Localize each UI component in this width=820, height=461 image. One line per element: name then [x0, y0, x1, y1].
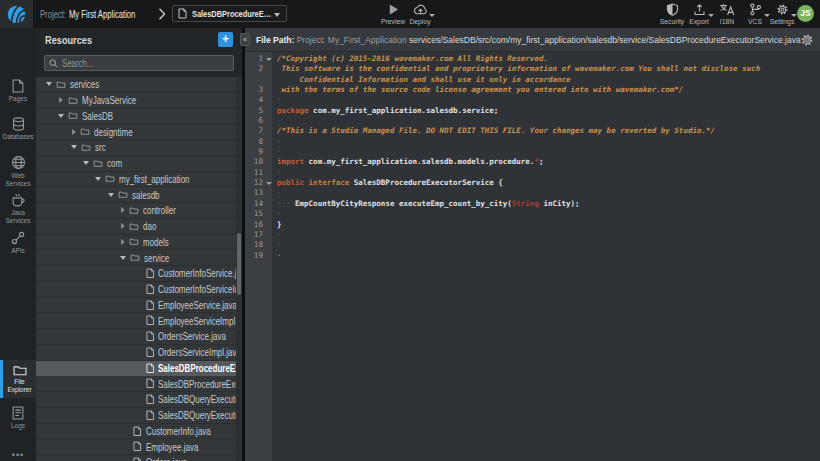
tree-file-SalesDBProcedureExecutorService.java[interactable]: SalesDBProcedureExecutorService.java [36, 361, 236, 377]
line-number: 16 [245, 220, 272, 230]
tree-folder-services[interactable]: services [36, 77, 236, 93]
logs-icon [12, 406, 24, 420]
file-icon [133, 426, 142, 437]
tree-folder-SalesDB[interactable]: SalesDB [36, 109, 236, 125]
user-avatar[interactable]: JS [797, 5, 814, 22]
caret-collapsed-icon[interactable] [59, 97, 63, 103]
tree-folder-salesdb[interactable]: salesdb [36, 187, 236, 203]
file-icon [146, 363, 155, 374]
file-path-project: Project: My_First_Application [294, 35, 409, 45]
file-icon [146, 347, 155, 358]
code-line-4: · [272, 95, 820, 105]
line-number: 4 [245, 95, 272, 105]
caret-collapsed-icon[interactable] [121, 207, 125, 213]
tree-folder-dao[interactable]: dao [36, 219, 236, 235]
rail-item-label: Java Services [1, 209, 35, 224]
rail-item-web-services[interactable]: Web Services [0, 155, 36, 187]
file-settings-gear-icon[interactable] [800, 33, 814, 47]
add-resource-button[interactable]: + [218, 32, 233, 47]
search-placeholder: Search... [62, 58, 93, 69]
tree-file-EmployeeService.java[interactable]: EmployeeService.java [36, 298, 236, 314]
tree-folder-com[interactable]: com [36, 156, 236, 172]
code-line-7: /*This is a Studio Managed File. DO NOT … [272, 126, 820, 136]
deploy-label: Deploy [398, 18, 442, 25]
rail-item-file-explorer[interactable]: File Explorer [0, 360, 36, 398]
file-icon [146, 394, 155, 405]
line-number: 5 [245, 106, 272, 116]
file-icon [133, 457, 142, 461]
settings-label: Settings [760, 18, 804, 25]
resources-title: Resources [45, 28, 92, 52]
line-number: 2 [245, 64, 272, 74]
chevron-down-icon [791, 14, 797, 17]
chevron-down-icon [429, 14, 435, 17]
project-title: Project:My First Application [40, 0, 135, 28]
tree-folder-service[interactable]: service [36, 250, 236, 266]
caret-expanded-icon[interactable] [58, 114, 64, 118]
caret-collapsed-icon[interactable] [121, 223, 125, 229]
resources-search[interactable]: Search... [44, 55, 234, 71]
code-line-17: · [272, 230, 820, 240]
tree-file-SalesDBQueryExecutorServiceImpl.java[interactable]: SalesDBQueryExecutorServiceImpl.java [36, 408, 236, 424]
folder-icon [80, 128, 90, 135]
tree-item-label: OrdersService.java [158, 330, 226, 342]
tree-item-label: CustomerInfoServiceImpl.java [158, 283, 236, 295]
tree-file-OrdersServiceImpl.java[interactable]: OrdersServiceImpl.java [36, 345, 236, 361]
tree-folder-src[interactable]: src [36, 140, 236, 156]
tree-scrollbar-thumb[interactable] [237, 233, 241, 295]
caret-collapsed-icon[interactable] [72, 129, 76, 135]
tree-file-CustomerInfoService.java[interactable]: CustomerInfoService.java [36, 266, 236, 282]
tree-file-CustomerInfo.java[interactable]: CustomerInfo.java [36, 424, 236, 440]
code-line-2: This software is the confidential and pr… [272, 64, 820, 74]
caret-expanded-icon[interactable] [71, 145, 77, 149]
tree-item-label: SalesDBProcedureExecutorServiceImpl.java [158, 378, 236, 390]
tree-item-label: service [144, 252, 169, 264]
rail-item-java-services[interactable]: Java Services [0, 193, 36, 224]
file-path-value: services/SalesDB/src/com/my_first_applic… [409, 35, 801, 45]
tree-file-SalesDBProcedureExecutorServiceImpl.java[interactable]: SalesDBProcedureExecutorServiceImpl.java [36, 376, 236, 392]
tree-folder-MyJavaService[interactable]: MyJavaService [36, 93, 236, 109]
tree-folder-controller[interactable]: controller [36, 203, 236, 219]
code-line-1: /*Copyright (c) 2015-2016 wavemaker.com … [272, 54, 820, 64]
file-icon [146, 378, 155, 389]
code-line-10: import com.my_first_application.salesdb.… [272, 157, 820, 167]
editor-code[interactable]: /*Copyright (c) 2015-2016 wavemaker.com … [272, 52, 820, 461]
rail-more-button[interactable]: ••• [0, 450, 36, 460]
code-line-3: with the terms of the source code licens… [272, 85, 820, 95]
caret-collapsed-icon[interactable] [121, 239, 125, 245]
tree-file-EmployeeServiceImpl.java[interactable]: EmployeeServiceImpl.java [36, 313, 236, 329]
line-number: 17 [245, 230, 272, 240]
tree-folder-my_first_application[interactable]: my_first_application [36, 172, 236, 188]
project-label: Project: [40, 8, 66, 20]
caret-expanded-icon[interactable] [83, 161, 89, 165]
tree-item-label: SalesDBQueryExecutorServiceImpl.java [158, 409, 236, 421]
tree-file-CustomerInfoServiceImpl.java[interactable]: CustomerInfoServiceImpl.java [36, 282, 236, 298]
code-editor: File Path: Project: My_First_Application… [245, 28, 820, 461]
page-icon [12, 79, 24, 93]
rail-item-logs[interactable]: Logs [0, 406, 36, 430]
folder-icon [129, 207, 139, 214]
rail-item-pages[interactable]: Pages [0, 79, 36, 103]
tree-folder-models[interactable]: models [36, 235, 236, 251]
rail-item-apis[interactable]: APIs [0, 231, 36, 255]
caret-expanded-icon[interactable] [95, 177, 101, 181]
file-icon [178, 8, 187, 19]
tree-file-Employee.java[interactable]: Employee.java [36, 439, 236, 455]
line-number [245, 75, 272, 85]
wavemaker-logo[interactable] [0, 0, 33, 28]
rail-item-label: Web Services [1, 172, 35, 187]
caret-expanded-icon[interactable] [46, 82, 52, 86]
rail-item-label: Databases [1, 133, 35, 141]
deploy-button[interactable]: Deploy [398, 3, 442, 25]
rail-item-databases[interactable]: Databases [0, 117, 36, 141]
collapse-panel-button[interactable]: « [240, 33, 250, 46]
tree-folder-designtime[interactable]: designtime [36, 124, 236, 140]
tree-file-OrdersService.java[interactable]: OrdersService.java [36, 329, 236, 345]
caret-expanded-icon[interactable] [108, 193, 114, 197]
tree-file-Orders.java[interactable]: Orders.java [36, 455, 236, 461]
tree-scrollbar[interactable] [236, 77, 242, 461]
tree-file-SalesDBQueryExecutorService.java[interactable]: SalesDBQueryExecutorService.java [36, 392, 236, 408]
caret-expanded-icon[interactable] [120, 256, 126, 260]
file-icon [146, 300, 155, 311]
open-file-selector[interactable]: SalesDBProcedureE… [172, 5, 287, 22]
